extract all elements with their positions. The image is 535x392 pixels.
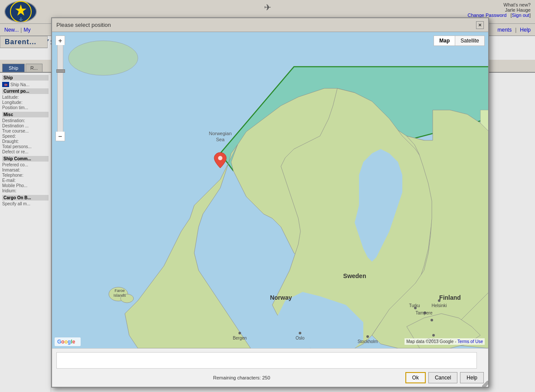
svg-point-10 xyxy=(431,319,433,321)
svg-text:Helsinki: Helsinki xyxy=(431,303,447,308)
logo: ⚓ xyxy=(4,1,37,23)
latitude-label: Latitude: xyxy=(2,95,49,100)
cargo-header: Cargo On B... xyxy=(2,195,49,201)
zoom-out-button[interactable]: − xyxy=(55,132,65,141)
svg-point-4 xyxy=(69,41,138,75)
svg-point-34 xyxy=(218,156,222,160)
svg-point-7 xyxy=(238,332,241,334)
dialog-textarea[interactable] xyxy=(56,352,477,369)
svg-point-8 xyxy=(299,332,301,334)
misc-section-header: Misc xyxy=(2,112,49,117)
map-copyright: Map data ©2013 Google - Terms of Use xyxy=(405,338,485,345)
remaining-chars: Remaining characters: 250 xyxy=(78,375,405,380)
dialog-title: Please select position xyxy=(56,22,111,28)
map-svg: Norwegian Sea Norway Sweden Finland Esto… xyxy=(52,32,488,348)
mobile-phone-label: Mobile Pho... xyxy=(2,183,49,188)
user-name: Jarle Hauge xyxy=(505,7,531,13)
satellite-button[interactable]: Satellite xyxy=(455,36,485,46)
whats-new-label: What's new? xyxy=(503,2,531,7)
position-time-label: Position tim... xyxy=(2,105,49,110)
iridium-label: Iridium: xyxy=(2,188,49,193)
zoom-slider-handle[interactable] xyxy=(56,69,65,73)
svg-text:Norway: Norway xyxy=(270,294,292,301)
sign-out-link[interactable]: Sign out xyxy=(512,13,529,18)
terms-link[interactable]: Terms of Use xyxy=(457,339,483,344)
svg-point-14 xyxy=(432,334,435,337)
svg-text:Faroe: Faroe xyxy=(114,288,125,293)
svg-text:Tampere: Tampere xyxy=(416,311,433,315)
resize-handle[interactable] xyxy=(482,381,488,387)
svg-text:Turku: Turku xyxy=(409,303,420,308)
svg-text:Oslo: Oslo xyxy=(296,336,305,340)
telephone-label: Telephone: xyxy=(2,173,49,178)
app-container: ⚓ ✈ What's new? Jarle Hauge Change Passw… xyxy=(0,0,535,392)
my-link[interactable]: My xyxy=(23,27,30,33)
map-type-controls: Map Satellite xyxy=(434,36,485,46)
svg-text:Stockholm: Stockholm xyxy=(358,339,378,344)
longitude-label: Longitude: xyxy=(2,100,49,105)
destination2-label: Destination ... xyxy=(2,123,49,128)
svg-point-9 xyxy=(366,335,369,338)
svg-text:Google: Google xyxy=(57,339,75,345)
svg-text:Sea: Sea xyxy=(216,137,225,142)
specify-label: Specify all m... xyxy=(2,201,49,206)
svg-text:⚓: ⚓ xyxy=(19,17,23,21)
zoom-slider-track[interactable] xyxy=(57,45,63,132)
defect-label: Defect or re... xyxy=(2,149,49,154)
dialog-footer: Remaining characters: 250 Ok Cancel Help xyxy=(52,348,488,387)
help-link[interactable]: Help xyxy=(520,27,531,33)
help-button[interactable]: Help xyxy=(460,372,484,383)
inmarsat-label: Inmarsat: xyxy=(2,168,49,172)
svg-text:Sweden: Sweden xyxy=(343,272,366,279)
ship-comm-header: Ship Comm... xyxy=(2,156,49,162)
map-data-text: Map data ©2013 Google xyxy=(406,339,453,344)
draught-label: Draught: xyxy=(2,139,49,144)
ments-link[interactable]: ments xyxy=(498,27,512,33)
zoom-in-button[interactable]: + xyxy=(55,36,65,45)
map-container[interactable]: Norwegian Sea Norway Sweden Finland Esto… xyxy=(52,32,488,348)
ship-icon-top: ✈ xyxy=(264,2,271,13)
prefered-comm-label: Prefered co... xyxy=(2,162,49,167)
speed-label: Speed: xyxy=(2,134,49,139)
cancel-button[interactable]: Cancel xyxy=(428,372,457,383)
destination-label: Destination: xyxy=(2,118,49,123)
left-sidebar: Ship 🇳🇴 Ship Na... Current po... Latitud… xyxy=(0,73,51,392)
zoom-controls: + − xyxy=(55,36,65,141)
top-right-bar: What's new? Jarle Hauge Change Password … xyxy=(467,2,531,18)
svg-text:Islands: Islands xyxy=(114,293,126,298)
dialog-header: Please select position × xyxy=(52,18,488,32)
ship-section-header: Ship xyxy=(2,75,49,81)
ok-button[interactable]: Ok xyxy=(405,372,426,383)
dialog: Please select position × xyxy=(51,17,489,388)
map-button[interactable]: Map xyxy=(434,36,455,46)
total-persons-label: Total persons... xyxy=(2,144,49,149)
true-course-label: True course... xyxy=(2,129,49,133)
ship-name-field: Ship Na... xyxy=(10,82,29,87)
new-link[interactable]: New... xyxy=(4,27,19,33)
svg-text:Bergen: Bergen xyxy=(233,336,247,340)
tab-r[interactable]: R... xyxy=(26,64,42,72)
dialog-close-button[interactable]: × xyxy=(476,21,484,29)
svg-text:Finland: Finland xyxy=(439,294,461,301)
current-pos-header: Current po... xyxy=(2,88,49,94)
page-title: Barent... xyxy=(5,38,36,45)
email-label: E-mail: xyxy=(2,178,49,183)
page-title-area: Barent... xyxy=(0,36,48,48)
svg-text:Norwegian: Norwegian xyxy=(209,131,232,136)
tab-ship[interactable]: Ship xyxy=(2,64,25,72)
